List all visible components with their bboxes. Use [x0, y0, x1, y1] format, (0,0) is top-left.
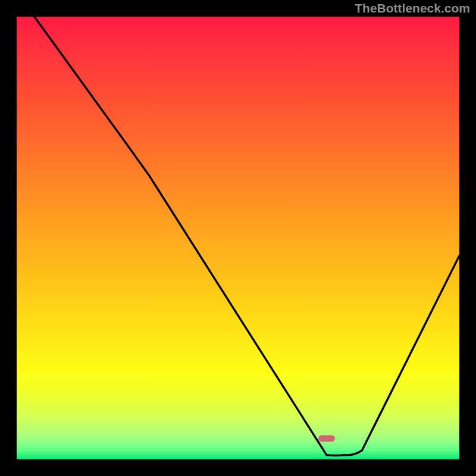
optimal-marker — [318, 436, 335, 442]
watermark-text: TheBottleneck.com — [355, 1, 470, 15]
plot-area — [17, 17, 459, 459]
bottleneck-curve — [35, 17, 459, 456]
curve-svg — [17, 17, 459, 459]
chart-frame: TheBottleneck.com — [0, 0, 476, 476]
